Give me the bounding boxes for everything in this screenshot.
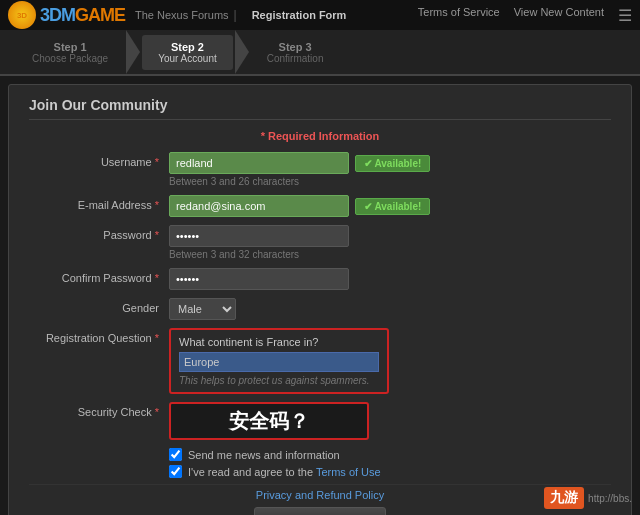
newsletter-checkbox[interactable]	[169, 448, 182, 461]
confirm-password-input[interactable]	[169, 268, 349, 290]
gender-select[interactable]: Male Female	[169, 298, 236, 320]
required-info: * Required Information	[29, 130, 611, 142]
url-text: http://bbs.	[588, 493, 632, 504]
newsletter-label: Send me news and information	[188, 449, 340, 461]
step-arrow-2	[235, 30, 249, 74]
confirm-password-label: Confirm Password *	[29, 268, 169, 284]
top-navigation: 3D 3DMGAME The Nexus Forums | Registrati…	[0, 0, 640, 30]
confirm-password-field	[169, 268, 611, 290]
reg-question-hint: This helps to protect us against spammer…	[179, 375, 379, 386]
step-2-number: Step 2	[171, 41, 204, 53]
terms-checkbox-row: I've read and agree to the Terms of Use	[29, 465, 611, 478]
nav-links: Terms of Service View New Content ☰	[346, 6, 632, 25]
confirm-password-row: Confirm Password *	[29, 268, 611, 290]
step-2[interactable]: Step 2 Your Account	[142, 35, 233, 70]
password-row: Password * Between 3 and 32 characters	[29, 225, 611, 260]
bottom-area: Privacy and Refund Policy Create Account	[29, 484, 611, 515]
email-row: E-mail Address * ✔ Available!	[29, 195, 611, 217]
email-input[interactable]	[169, 195, 349, 217]
security-check-label: Security Check *	[29, 402, 169, 418]
step-3-label: Confirmation	[267, 53, 324, 64]
newsletter-checkbox-row: Send me news and information	[29, 448, 611, 461]
terms-link[interactable]: Terms of Service	[418, 6, 500, 25]
security-check-row: Security Check * 安全码？	[29, 402, 611, 440]
terms-checkbox[interactable]	[169, 465, 182, 478]
step-1-label: Choose Package	[32, 53, 108, 64]
reg-question-field: What continent is France in? This helps …	[169, 328, 611, 394]
password-label: Password *	[29, 225, 169, 241]
password-hint: Between 3 and 32 characters	[169, 249, 611, 260]
security-check-field: 安全码？	[169, 402, 611, 440]
reg-question-box: What continent is France in? This helps …	[169, 328, 389, 394]
username-hint: Between 3 and 26 characters	[169, 176, 611, 187]
logo-area: 3D 3DMGAME	[8, 1, 125, 29]
jiuyou-logo: 九游	[544, 487, 584, 509]
reg-answer-input[interactable]	[179, 352, 379, 372]
password-input[interactable]	[169, 225, 349, 247]
breadcrumb-divider: |	[234, 8, 237, 22]
terms-label: I've read and agree to the Terms of Use	[188, 466, 381, 478]
logo-text: 3DMGAME	[40, 5, 125, 26]
gender-row: Gender Male Female	[29, 298, 611, 320]
reg-question-text: What continent is France in?	[179, 336, 379, 348]
privacy-link[interactable]: Privacy and Refund Policy	[29, 489, 611, 501]
logo-circle: 3D	[8, 1, 36, 29]
reg-question-label: Registration Question *	[29, 328, 169, 344]
main-form-area: Join Our Community * Required Informatio…	[8, 84, 632, 515]
step-1[interactable]: Step 1 Choose Package	[16, 35, 124, 70]
view-content-link[interactable]: View New Content	[514, 6, 604, 25]
email-field: ✔ Available!	[169, 195, 611, 217]
username-input[interactable]	[169, 152, 349, 174]
gender-field: Male Female	[169, 298, 611, 320]
menu-icon[interactable]: ☰	[618, 6, 632, 25]
create-account-button[interactable]: Create Account	[254, 507, 386, 515]
watermark-area: 九游 http://bbs.	[544, 487, 632, 509]
username-row: Username * ✔ Available! Between 3 and 26…	[29, 152, 611, 187]
gender-label: Gender	[29, 298, 169, 314]
username-available-badge: ✔ Available!	[355, 155, 430, 172]
step-3[interactable]: Step 3 Confirmation	[251, 35, 340, 70]
reg-question-row: Registration Question * What continent i…	[29, 328, 611, 394]
step-arrow-1	[126, 30, 140, 74]
username-field: ✔ Available! Between 3 and 26 characters	[169, 152, 611, 187]
step-3-number: Step 3	[279, 41, 312, 53]
security-captcha-text: 安全码？	[229, 408, 309, 435]
password-field: Between 3 and 32 characters	[169, 225, 611, 260]
section-title: Join Our Community	[29, 97, 611, 120]
email-label: E-mail Address *	[29, 195, 169, 211]
steps-bar: Step 1 Choose Package Step 2 Your Accoun…	[0, 30, 640, 76]
username-label: Username *	[29, 152, 169, 168]
email-available-badge: ✔ Available!	[355, 198, 430, 215]
step-2-label: Your Account	[158, 53, 217, 64]
form-name: Registration Form	[252, 9, 347, 21]
terms-link-inline[interactable]: Terms of Use	[316, 466, 381, 478]
step-1-number: Step 1	[54, 41, 87, 53]
forum-name: The Nexus Forums	[135, 9, 229, 21]
security-captcha-box[interactable]: 安全码？	[169, 402, 369, 440]
